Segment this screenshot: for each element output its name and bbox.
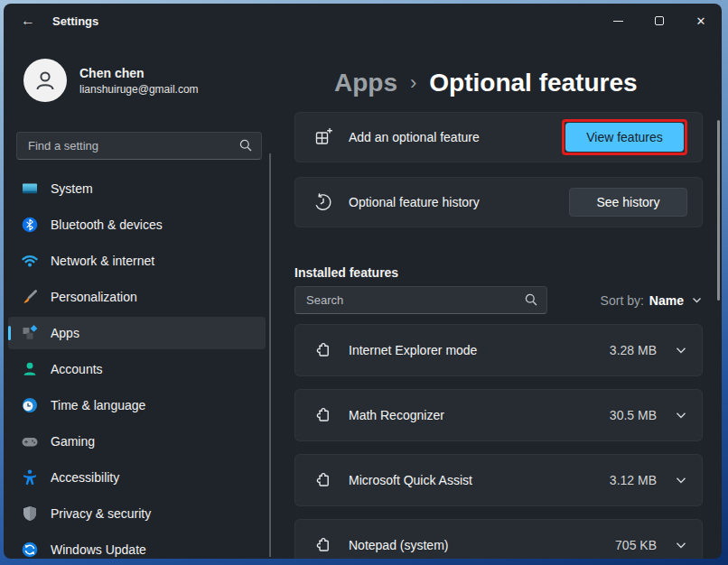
chevron-down-icon xyxy=(691,294,703,306)
sidebar-item-label: System xyxy=(51,181,93,196)
installed-features-heading: Installed features xyxy=(294,265,703,280)
sidebar-item-accounts[interactable]: Accounts xyxy=(8,353,266,385)
sidebar-item-privacy-security[interactable]: Privacy & security xyxy=(8,497,266,530)
feature-size: 705 KB xyxy=(615,538,657,552)
back-button[interactable]: ← xyxy=(9,7,47,34)
feature-name: Internet Explorer mode xyxy=(349,343,610,357)
sidebar-item-gaming[interactable]: Gaming xyxy=(8,425,266,458)
shield-icon xyxy=(21,505,39,523)
feature-row-math-recognizer[interactable]: Math Recognizer 30.5 MB xyxy=(294,389,703,441)
feature-size: 30.5 MB xyxy=(610,408,657,422)
feature-name: Microsoft Quick Assist xyxy=(349,473,610,487)
puzzle-icon xyxy=(313,340,333,360)
sidebar-item-label: Gaming xyxy=(51,434,95,449)
avatar xyxy=(23,59,67,102)
titlebar: ← Settings ✕ xyxy=(4,4,722,38)
sidebar-item-system[interactable]: System xyxy=(8,172,266,205)
red-highlight-annotation: View features xyxy=(562,119,687,155)
sidebar-scrollbar[interactable] xyxy=(269,153,271,557)
sidebar-item-label: Time & language xyxy=(51,398,145,412)
chevron-down-icon[interactable] xyxy=(675,474,687,486)
settings-window: ← Settings ✕ Chen chen lianshuiruge@gmai… xyxy=(4,4,722,559)
sort-value: Name xyxy=(649,293,684,308)
sidebar: Chen chen lianshuiruge@gmail.com xyxy=(4,38,275,559)
apps-icon xyxy=(21,324,39,342)
chevron-down-icon[interactable] xyxy=(675,344,687,357)
sidebar-search xyxy=(16,132,262,160)
feature-size: 3.28 MB xyxy=(610,343,657,357)
feature-row-microsoft-quick-assist[interactable]: Microsoft Quick Assist 3.12 MB xyxy=(294,454,703,506)
minimize-icon xyxy=(613,21,623,22)
user-email: lianshuiruge@gmail.com xyxy=(79,83,199,96)
breadcrumb-apps[interactable]: Apps xyxy=(334,69,397,97)
view-features-button[interactable]: View features xyxy=(565,123,684,152)
user-name: Chen chen xyxy=(79,66,199,80)
gamepad-icon xyxy=(21,432,39,450)
feature-history-label: Optional feature history xyxy=(349,195,569,209)
find-setting-input[interactable] xyxy=(16,132,262,160)
feature-history-card: Optional feature history See history xyxy=(294,177,703,227)
maximize-icon xyxy=(655,16,664,25)
puzzle-icon xyxy=(313,405,333,425)
sidebar-item-label: Windows Update xyxy=(51,542,146,557)
time-language-icon xyxy=(21,396,39,414)
add-feature-card: Add an optional feature View features xyxy=(294,112,703,162)
close-icon: ✕ xyxy=(696,14,706,28)
puzzle-icon xyxy=(313,535,333,555)
history-icon xyxy=(313,192,333,212)
add-feature-label: Add an optional feature xyxy=(349,130,562,144)
see-history-button[interactable]: See history xyxy=(569,188,687,217)
breadcrumb: Apps › Optional features xyxy=(334,69,703,97)
sidebar-item-time-language[interactable]: Time & language xyxy=(8,389,266,421)
sidebar-item-apps[interactable]: Apps xyxy=(8,317,266,349)
feature-name: Notepad (system) xyxy=(349,538,615,552)
chevron-right-icon: › xyxy=(410,71,416,95)
person-icon xyxy=(32,67,59,94)
close-button[interactable]: ✕ xyxy=(680,4,722,38)
bluetooth-icon xyxy=(21,216,39,234)
sidebar-item-label: Apps xyxy=(51,326,79,340)
search-icon xyxy=(524,292,538,307)
sidebar-item-label: Bluetooth & devices xyxy=(51,218,163,232)
feature-row-internet-explorer-mode[interactable]: Internet Explorer mode 3.28 MB xyxy=(294,324,703,376)
feature-row-notepad-system[interactable]: Notepad (system) 705 KB xyxy=(294,519,703,559)
sidebar-item-accessibility[interactable]: Accessibility xyxy=(8,461,266,494)
installed-features-list: Internet Explorer mode 3.28 MB Math Reco… xyxy=(294,324,703,559)
chevron-down-icon[interactable] xyxy=(675,539,687,551)
sidebar-item-windows-update[interactable]: Windows Update xyxy=(8,533,266,559)
maximize-button[interactable] xyxy=(639,4,680,38)
sidebar-item-bluetooth-devices[interactable]: Bluetooth & devices xyxy=(8,208,266,241)
main-content: Apps › Optional features Add an optional… xyxy=(275,38,722,559)
sidebar-item-network-internet[interactable]: Network & internet xyxy=(8,245,266,277)
sort-dropdown[interactable]: Sort by: Name xyxy=(601,293,703,308)
window-title: Settings xyxy=(52,14,98,28)
sidebar-item-label: Accessibility xyxy=(51,470,119,485)
wifi-icon xyxy=(21,252,39,270)
user-profile[interactable]: Chen chen lianshuiruge@gmail.com xyxy=(23,59,275,102)
system-icon xyxy=(21,180,39,198)
feature-size: 3.12 MB xyxy=(610,473,657,487)
sidebar-item-label: Privacy & security xyxy=(51,506,151,521)
sidebar-item-label: Accounts xyxy=(51,362,103,376)
sidebar-item-label: Network & internet xyxy=(51,254,154,268)
window-controls: ✕ xyxy=(597,4,722,38)
accounts-icon xyxy=(21,360,39,378)
sidebar-item-label: Personalization xyxy=(51,290,137,304)
minimize-button[interactable] xyxy=(597,4,639,38)
back-arrow-icon: ← xyxy=(21,13,35,29)
main-scrollbar[interactable] xyxy=(717,120,720,301)
puzzle-icon xyxy=(313,470,333,490)
accessibility-icon xyxy=(21,468,39,486)
installed-search xyxy=(294,286,547,314)
chevron-down-icon[interactable] xyxy=(675,409,687,421)
sort-label: Sort by: xyxy=(601,293,644,308)
sidebar-nav: System Bluetooth & devices Network xyxy=(8,172,266,559)
update-icon xyxy=(21,541,39,559)
feature-name: Math Recognizer xyxy=(349,408,610,422)
brush-icon xyxy=(21,288,39,306)
installed-search-input[interactable] xyxy=(294,286,547,314)
page-title: Optional features xyxy=(429,69,637,97)
sidebar-item-personalization[interactable]: Personalization xyxy=(8,281,266,313)
add-feature-icon xyxy=(313,127,333,147)
search-icon xyxy=(238,138,253,153)
